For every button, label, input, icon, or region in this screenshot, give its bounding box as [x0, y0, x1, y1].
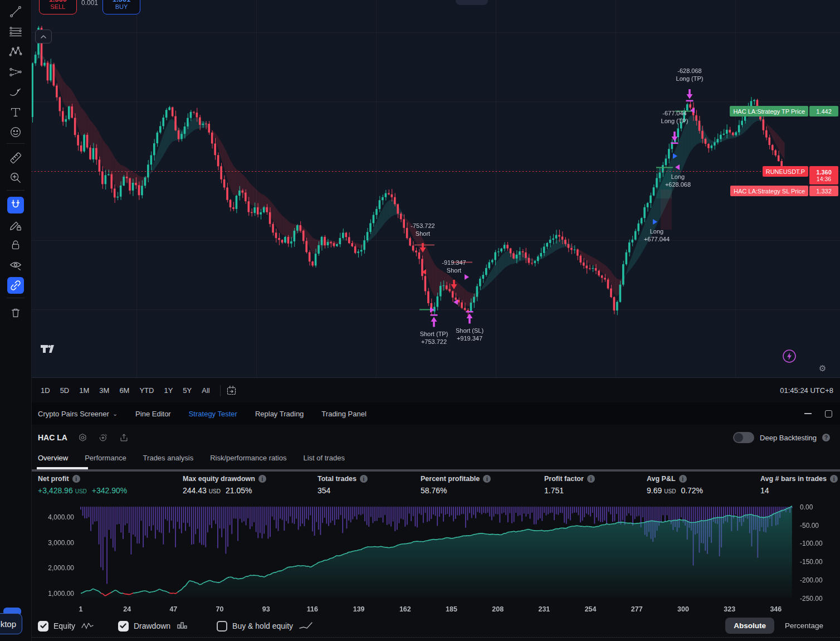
report-tab-risk-performance-ratios[interactable]: Risk/performance ratios	[210, 450, 286, 467]
stat-value: 1.751	[544, 486, 564, 495]
hide-drawings-button[interactable]	[7, 257, 24, 274]
stat-unit: USD	[209, 488, 221, 494]
drawing-mode-lock-tool[interactable]	[7, 217, 24, 234]
strategy-name[interactable]: HAC LA	[38, 433, 67, 442]
report-tab-overview[interactable]: Overview	[38, 450, 68, 467]
tab-pine-editor[interactable]: Pine Editor	[135, 410, 171, 418]
xabcd-pattern-tool[interactable]	[7, 43, 24, 60]
maximize-panel-icon[interactable]	[825, 410, 832, 417]
report-tab-list-of-trades[interactable]: List of trades	[303, 450, 344, 467]
ruler-tool[interactable]	[7, 149, 24, 166]
main-chart-area[interactable]: -628.068Long (TP)-677.044Long (TP)Long+6…	[31, 0, 840, 377]
top-toolbar-cutoff	[456, 0, 488, 5]
drawdown-checkbox[interactable]	[118, 621, 129, 632]
panel-resize-handle[interactable]	[31, 637, 840, 638]
minimize-panel-icon[interactable]	[804, 413, 812, 414]
stat-label-row: Avg P&Li	[647, 475, 703, 483]
remove-drawings-button[interactable]	[7, 304, 24, 321]
equity-chart-section: 4,000.003,000.002,000.001,000.000.00-50.…	[31, 502, 840, 616]
time-range-1m[interactable]: 1M	[74, 384, 94, 397]
time-range-6m[interactable]: 6M	[114, 384, 134, 397]
equity-x-axis-label: 208	[487, 605, 509, 613]
info-icon[interactable]: i	[483, 475, 491, 483]
tradingview-logo[interactable]	[39, 343, 56, 357]
tab-trading-panel[interactable]: Trading Panel	[321, 410, 366, 418]
sync-drawings-button[interactable]	[7, 277, 24, 294]
generate-report-icon[interactable]	[98, 433, 109, 443]
go-to-date-icon[interactable]	[226, 385, 237, 396]
report-tab-performance[interactable]: Performance	[85, 450, 126, 467]
time-range-5y[interactable]: 5Y	[178, 384, 197, 397]
time-range-1y[interactable]: 1Y	[159, 384, 178, 397]
tab-label: Crypto Pairs Screener	[38, 410, 109, 418]
info-icon[interactable]: i	[258, 475, 266, 483]
trade-annotation-text: +919.347	[456, 334, 484, 342]
stat-avg-p-l: Avg P&Li9.69USD0.72%	[647, 475, 703, 495]
instant-order-placement-icon[interactable]	[782, 349, 797, 366]
chart-settings-icon[interactable]: ⚙	[819, 363, 826, 373]
emoji-tool[interactable]	[7, 124, 24, 140]
tab-replay-trading[interactable]: Replay Trading	[255, 410, 304, 418]
trade-annotation-text: Long (TP)	[661, 117, 688, 125]
equity-x-axis-label: 93	[255, 605, 277, 613]
time-range-all[interactable]: All	[197, 384, 214, 397]
stat-extra: 21.05%	[226, 486, 252, 495]
equity-x-axis-label: 185	[441, 605, 463, 613]
tab-strategy-tester[interactable]: Strategy Tester	[189, 410, 237, 418]
magnet-mode-button[interactable]	[7, 197, 24, 213]
zoom-in-tool[interactable]	[7, 169, 24, 186]
info-icon[interactable]: i	[360, 475, 368, 483]
info-icon[interactable]: i	[587, 475, 595, 483]
clock[interactable]: 01:45:24 UTC+8	[780, 386, 833, 395]
strategy-tester-panel: HAC LA Deep Backtesting ? OverviewPerfor…	[31, 425, 840, 641]
buy-button[interactable]: 1.361 BUY	[102, 0, 140, 14]
trade-down-bar-arrow-icon	[671, 132, 679, 147]
fib-lines-tool[interactable]	[7, 23, 24, 40]
equity-x-axis-label: 116	[301, 605, 324, 613]
percentage-button[interactable]: Percentage	[785, 621, 823, 630]
help-icon[interactable]: ?	[822, 434, 830, 441]
brush-tool[interactable]	[7, 84, 24, 100]
time-axis-bar: 1D5D1M3M6MYTD1Y5YAll 01:45:24 UTC+8	[31, 377, 840, 404]
report-tabs: OverviewPerformanceTrades analysisRisk/p…	[31, 450, 840, 472]
deep-backtesting-toggle[interactable]	[733, 432, 754, 443]
trade-annotation-text: Long	[665, 173, 691, 181]
trend-line-tool[interactable]	[7, 3, 24, 20]
trade-annotation: -753.722Short	[411, 222, 434, 237]
collapse-order-panel-button[interactable]	[35, 30, 52, 43]
time-range-1d[interactable]: 1D	[36, 384, 55, 397]
equity-chart-canvas[interactable]	[31, 502, 840, 613]
trade-down-bar-arrow-icon	[686, 89, 694, 104]
info-icon[interactable]: i	[830, 475, 838, 483]
time-range-ytd[interactable]: YTD	[134, 384, 159, 397]
strategy-settings-icon[interactable]	[77, 433, 88, 443]
report-tab-trades-analysis[interactable]: Trades analysis	[143, 450, 194, 467]
trade-marker-right-icon	[465, 274, 469, 280]
panel-window-controls	[804, 410, 832, 417]
prediction-tool[interactable]	[7, 64, 24, 80]
panel-tab-bar: Crypto Pairs Screener⌄ Pine Editor Strat…	[31, 402, 840, 425]
stat-label: Percent profitable	[421, 475, 480, 483]
trade-annotation: -919.347Short	[442, 259, 466, 274]
time-range-3m[interactable]: 3M	[94, 384, 114, 397]
sell-button[interactable]: 1.360 SELL	[39, 0, 77, 14]
toggle-knob	[734, 433, 743, 442]
tp-price-tag: HAC LA:Strategy TP Price	[730, 106, 808, 116]
trade-annotation-text: Short (TP)	[420, 330, 448, 338]
buy-hold-checkbox[interactable]	[217, 621, 227, 632]
info-icon[interactable]: i	[72, 475, 80, 483]
stat-label: Avg # bars in trades	[760, 475, 827, 483]
drawdown-y-axis-label: -50.00	[800, 522, 819, 530]
equity-checkbox-row[interactable]: Equity	[38, 621, 94, 632]
time-range-5d[interactable]: 5D	[55, 384, 75, 397]
equity-checkbox[interactable]	[38, 621, 48, 632]
lock-all-drawings-button[interactable]	[7, 237, 24, 254]
text-tool[interactable]	[7, 104, 24, 120]
info-icon[interactable]: i	[679, 475, 687, 483]
absolute-button[interactable]: Absolute	[725, 618, 774, 634]
desktop-app-button[interactable]: ktop	[0, 613, 22, 634]
tab-crypto-pairs-screener[interactable]: Crypto Pairs Screener⌄	[38, 410, 118, 418]
export-data-icon[interactable]	[119, 433, 129, 443]
drawdown-checkbox-row[interactable]: Drawdown	[118, 621, 188, 632]
buy-hold-checkbox-row[interactable]: Buy & hold equity	[217, 621, 312, 632]
